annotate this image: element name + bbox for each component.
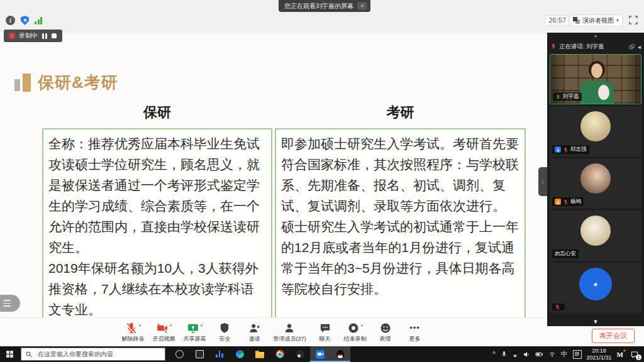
network-signal-icon[interactable] [35,17,42,25]
taskbar-search[interactable] [21,348,165,361]
panel-collapse-tab[interactable]: › [538,167,547,196]
avatar [580,163,611,194]
unmute-button[interactable]: ▴ 解除静音 [121,322,144,343]
view-layout-icon [573,17,580,24]
participant-name: 杨鸠 [570,198,581,206]
manage-members-label: 管理成员(37) [273,335,306,343]
participant-chip: 刘宇嘉 [553,92,582,101]
share-screen-label: 共享屏幕 [183,335,206,343]
windows-start-button[interactable] [6,351,13,358]
manage-members-button[interactable]: 管理成员(37) [273,322,306,343]
steam-icon [296,350,304,358]
tray-qq-icon[interactable] [513,351,518,357]
file-explorer-button[interactable] [250,346,270,362]
chat-label: 聊天 [319,335,331,343]
cortana-button[interactable] [169,346,189,362]
tray-expand-icon[interactable]: ^ [492,351,496,358]
smiley-icon [379,322,392,334]
tencent-meeting-button[interactable] [310,346,330,362]
user-icon [283,322,296,334]
taskbar-apps [169,346,350,362]
volume-icon[interactable] [523,351,530,358]
pause-recording-button[interactable] [42,33,47,39]
title-accent-bar-tan [23,74,31,92]
speaking-header: 正在讲话: 刘宇嘉 ◂ [547,39,644,54]
security-button[interactable]: 安全 [214,322,235,343]
participant-video-qiuzhiqiang[interactable]: 邱志强 [550,106,641,156]
meeting-timer: 26:57 [545,15,569,26]
participant-video-yangjiu[interactable]: 杨鸠 [550,158,641,209]
video-options-caret[interactable]: ▴ [170,322,172,328]
more-button[interactable]: ••• 更多 [404,322,426,343]
ime-mode-indicator[interactable]: 拼 [573,350,582,359]
chat-bubble-icon [319,322,331,334]
watching-banner-text: 您正在观看刘宇嘉的屏幕 [284,2,353,11]
participant-video-wuwangxinan[interactable]: 勿忘心安 [550,211,641,261]
unmute-options-caret[interactable]: ▴ [139,322,142,328]
invite-label: 邀请 [248,335,260,343]
ime-language-indicator[interactable]: 中 [561,350,568,359]
stop-recording-button[interactable] [52,33,57,38]
invite-button[interactable]: 邀请 [243,322,265,343]
back-arrow-icon[interactable]: ◂ [638,43,641,50]
shared-screen-slide: 保研&考研 保研 考研 全称：推荐优秀应届本科毕业生免试攻读硕士学位研究生，顾名… [0,33,547,317]
tray-app-m-icon[interactable]: M [617,351,625,358]
search-icon [25,351,33,358]
leave-meeting-button[interactable]: 离开会议 [592,329,635,343]
camera-off-icon [156,322,169,334]
chrome-button[interactable] [270,346,290,362]
panel-scroll-down-arrow[interactable]: ▼ [547,319,644,325]
text-box-kaoyan: 即参加硕士研究生入学考试。考研首先要符合国家标准，其次按照程序：与学校联系、先期… [275,128,526,326]
gallery-layout-icon[interactable] [628,43,635,50]
avatar [580,216,611,246]
status-icons: i [6,16,42,25]
host-badge-icon [555,199,561,205]
participant-video-anonymous[interactable]: * [550,263,641,313]
view-mode-label: 演讲者视图 [582,16,614,25]
clock-time: 20:18 [592,348,606,354]
title-accent-bar-gray [14,79,20,91]
shield-icon [218,322,231,334]
taskbar-clock[interactable]: 20:18 2021/1/31 [587,348,612,361]
security-shield-icon[interactable] [21,16,29,25]
emoji-button[interactable]: 表情 [375,322,396,343]
chat-button[interactable]: 聊天 [314,322,336,343]
participant-chip: 邱志强 [552,145,589,154]
emoji-label: 表情 [380,335,391,343]
slide-list-tab[interactable] [0,295,20,312]
mic-on-icon [555,94,561,100]
panel-collapse-up-arrow[interactable]: ▲ [547,33,644,39]
fullscreen-button[interactable] [628,15,638,25]
view-mode-button[interactable]: 演讲者视图 ▾ [569,14,623,26]
media-app-button[interactable] [209,346,230,362]
record-options-caret[interactable]: ▴ [361,322,364,328]
system-tray: ^ 中 拼 20:18 2021/1/31 M 1 [492,348,644,361]
edge-button[interactable] [230,346,250,362]
watching-banner: 您正在观看刘宇嘉的屏幕 ≡ [279,0,370,12]
clock-date: 2021/1/31 [587,354,612,361]
search-input[interactable] [36,348,164,360]
share-screen-button[interactable]: ▴ 共享屏幕 [183,322,206,343]
share-options-caret[interactable]: ▴ [201,322,203,328]
tray-mic-icon[interactable] [501,351,508,358]
banner-menu-icon[interactable]: ≡ [357,2,367,10]
share-screen-icon [187,322,199,334]
network-icon[interactable] [548,351,556,358]
recording-label: 录制中 [19,31,38,40]
notification-center-button[interactable]: 1 [630,350,639,359]
qq-button[interactable] [330,346,350,362]
battery-icon[interactable] [535,350,543,358]
participant-chip [552,304,565,310]
stop-record-button[interactable]: ▴ 结束录制 [344,322,367,343]
more-dots-icon: ••• [409,322,420,334]
info-icon[interactable]: i [6,16,15,25]
muted-mic-icon [125,322,138,334]
participant-video-liuyujia[interactable]: 刘宇嘉 [550,54,641,104]
steam-button[interactable] [290,346,310,362]
participant-name: 邱志强 [570,146,587,153]
speaking-mic-icon [550,43,557,50]
avatar [580,111,611,141]
start-video-button[interactable]: ▴ 开启视频 [152,322,175,343]
task-view-button[interactable] [189,346,209,362]
participant-name: 刘宇嘉 [563,93,579,101]
